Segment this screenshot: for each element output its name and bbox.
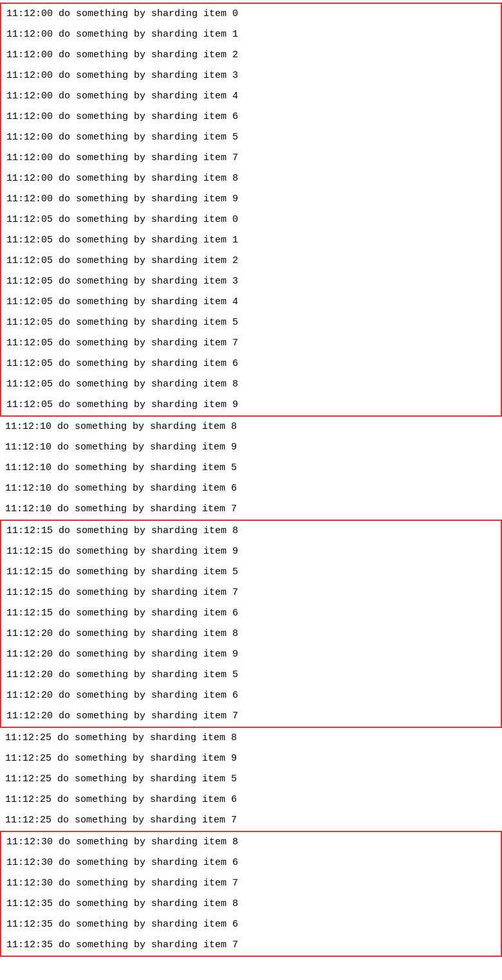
log-group-group2: 11:12:10 do something by sharding item 8… (0, 417, 502, 520)
log-group-group4: 11:12:25 do something by sharding item 8… (0, 728, 502, 831)
log-line: 11:12:20 do something by sharding item 5 (1, 665, 501, 685)
log-line: 11:12:10 do something by sharding item 9 (0, 437, 502, 458)
log-group-group1: 11:12:00 do something by sharding item 0… (0, 3, 502, 417)
log-line: 11:12:10 do something by sharding item 5 (0, 458, 502, 478)
log-line: 11:12:15 do something by sharding item 9 (1, 541, 501, 562)
log-line: 11:12:05 do something by sharding item 4 (1, 292, 501, 313)
log-line: 11:12:30 do something by sharding item 8 (1, 832, 501, 853)
log-line: 11:12:30 do something by sharding item 6 (1, 853, 501, 873)
log-line: 11:12:20 do something by sharding item 6 (1, 685, 501, 706)
log-line: 11:12:05 do something by sharding item 3 (1, 271, 501, 292)
log-line: 11:12:20 do something by sharding item 9 (1, 644, 501, 665)
log-line: 11:12:05 do something by sharding item 1 (1, 230, 501, 251)
log-line: 11:12:10 do something by sharding item 7 (0, 499, 502, 520)
log-line: 11:12:00 do something by sharding item 2 (1, 45, 501, 66)
log-line: 11:12:15 do something by sharding item 5 (1, 562, 501, 583)
log-line: 11:12:00 do something by sharding item 8 (1, 168, 501, 189)
log-group-group5: 11:12:30 do something by sharding item 8… (0, 831, 502, 957)
log-line: 11:12:00 do something by sharding item 0 (1, 4, 501, 24)
log-line: 11:12:00 do something by sharding item 6 (1, 107, 501, 127)
log-line: 11:12:05 do something by sharding item 7 (1, 333, 501, 354)
log-line: 11:12:10 do something by sharding item 8 (0, 417, 502, 437)
log-line: 11:12:00 do something by sharding item 4 (1, 86, 501, 107)
log-line: 11:12:05 do something by sharding item 5 (1, 313, 501, 333)
log-line: 11:12:25 do something by sharding item 7 (0, 810, 502, 831)
log-line: 11:12:00 do something by sharding item 1 (1, 24, 501, 45)
log-line: 11:12:25 do something by sharding item 9 (0, 749, 502, 769)
log-line: 11:12:15 do something by sharding item 7 (1, 583, 501, 603)
log-line: 11:12:05 do something by sharding item 6 (1, 354, 501, 374)
log-line: 11:12:05 do something by sharding item 0 (1, 210, 501, 230)
log-line: 11:12:00 do something by sharding item 5 (1, 127, 501, 148)
log-line: 11:12:05 do something by sharding item 2 (1, 251, 501, 271)
log-line: 11:12:15 do something by sharding item 8 (1, 521, 501, 541)
log-group-group3: 11:12:15 do something by sharding item 8… (0, 520, 502, 728)
log-line: 11:12:25 do something by sharding item 6 (0, 790, 502, 810)
log-line: 11:12:05 do something by sharding item 8 (1, 374, 501, 395)
log-line: 11:12:05 do something by sharding item 9 (1, 395, 501, 415)
log-line: 11:12:30 do something by sharding item 7 (1, 873, 501, 894)
log-line: 11:12:25 do something by sharding item 5 (0, 769, 502, 790)
log-container: 11:12:00 do something by sharding item 0… (0, 0, 502, 980)
log-line: 11:12:00 do something by sharding item 3 (1, 66, 501, 86)
log-line: 11:12:10 do something by sharding item 6 (0, 478, 502, 499)
log-line: 11:12:35 do something by sharding item 7 (1, 935, 501, 956)
log-line: 11:12:15 do something by sharding item 6 (1, 603, 501, 624)
log-line: 11:12:00 do something by sharding item 7 (1, 148, 501, 168)
log-line: 11:12:00 do something by sharding item 9 (1, 189, 501, 210)
log-line: 11:12:35 do something by sharding item 8 (1, 894, 501, 914)
log-line: 11:12:35 do something by sharding item 6 (1, 914, 501, 935)
log-line: 11:12:25 do something by sharding item 8 (0, 728, 502, 749)
log-line: 11:12:20 do something by sharding item 8 (1, 624, 501, 644)
log-line: 11:12:20 do something by sharding item 7 (1, 706, 501, 727)
